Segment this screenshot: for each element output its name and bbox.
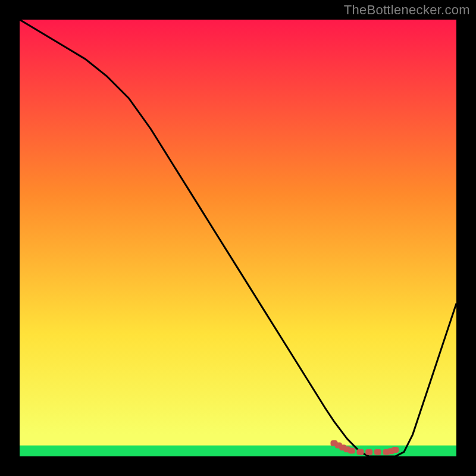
marker-point xyxy=(392,447,399,453)
marker-point xyxy=(348,448,355,454)
plot-area xyxy=(20,20,456,456)
marker-point xyxy=(365,449,372,455)
marker-point xyxy=(357,449,364,455)
marker-point xyxy=(374,449,381,455)
bottleneck-chart xyxy=(0,0,476,476)
chart-container: { "attribution": "TheBottlenecker.com", … xyxy=(0,0,476,476)
gradient-background xyxy=(20,20,456,456)
